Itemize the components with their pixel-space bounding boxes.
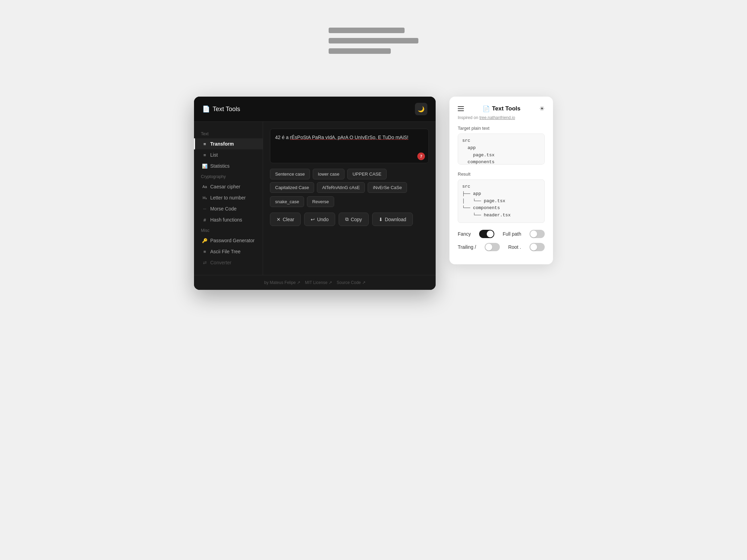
menu-line-2 <box>458 108 464 109</box>
inverse-case-button[interactable]: iNvErSe CaSe <box>368 182 407 193</box>
morse-icon: ··· <box>202 207 207 211</box>
list-icon: ≡ <box>202 153 207 158</box>
full-path-toggle[interactable] <box>530 230 545 238</box>
reverse-button[interactable]: Reverse <box>307 196 334 207</box>
case-buttons-row2: snake_case Reverse <box>270 196 429 207</box>
snake-case-button[interactable]: snake_case <box>270 196 304 207</box>
copy-button[interactable]: ⧉ Copy <box>339 213 369 226</box>
converter-icon: ⇄ <box>202 260 207 265</box>
sidebar-section-misc: Misc <box>194 225 263 235</box>
undo-button[interactable]: ↩ Undo <box>304 213 335 226</box>
moon-icon: 🌙 <box>418 106 425 112</box>
inspired-prefix: Inspired on <box>458 115 478 120</box>
caesar-icon: Aa <box>202 185 207 189</box>
sidebar-item-password[interactable]: 🔑 Password Generator <box>194 235 263 246</box>
download-label: Download <box>385 217 406 222</box>
sidebar-item-ascii-tree[interactable]: ≡ Ascii File Tree <box>194 246 263 257</box>
light-panel-title-text: Text Tools <box>492 105 521 112</box>
sidebar-item-hash[interactable]: # Hash functions <box>194 214 263 225</box>
light-panel-title: 📄 Text Tools <box>483 105 521 112</box>
inspired-text: Inspired on tree.nathanfriend.io <box>458 115 545 120</box>
sidebar-item-transform[interactable]: ≡ Transform <box>194 138 263 149</box>
text-editor[interactable]: 42 é a rÉsPoStA PaRa vIdA, pArA O UnIvEr… <box>270 129 429 163</box>
light-panel-menu <box>458 106 464 111</box>
ascii-tree-icon: ≡ <box>202 249 207 254</box>
hamburger-line-2 <box>329 38 418 43</box>
target-textarea[interactable]: src app page.tsx components header.tsx <box>458 134 545 165</box>
clear-label: Clear <box>283 217 294 222</box>
capitalized-case-button[interactable]: Capitalized Case <box>270 182 314 193</box>
undo-label: Undo <box>317 217 328 222</box>
inspired-link[interactable]: tree.nathanfriend.io <box>479 115 515 120</box>
sidebar-item-morse-label: Morse Code <box>210 206 236 212</box>
light-theme-button[interactable]: ☀ <box>539 105 545 112</box>
sidebar-item-ascii-label: Ascii File Tree <box>210 249 241 254</box>
menu-line-1 <box>458 106 464 107</box>
sidebar-item-statistics-label: Statistics <box>210 163 230 169</box>
hamburger-line-1 <box>329 28 405 33</box>
main-content: 📄 Text Tools 🌙 Text ≡ Transform ≡ List <box>194 97 553 290</box>
footer-source[interactable]: Source Code ↗ <box>337 280 365 285</box>
sidebar-item-letter-label: Letter to number <box>210 195 246 200</box>
transform-icon: ≡ <box>202 141 207 147</box>
menu-line-3 <box>458 110 464 111</box>
document-icon: 📄 <box>202 105 210 113</box>
full-path-toggle-knob <box>530 230 537 237</box>
footer-by[interactable]: by Mateus Felipe ↗ <box>264 280 300 285</box>
sidebar-section-text: Text <box>194 129 263 138</box>
trailing-toggle[interactable] <box>485 243 500 251</box>
light-panel: 📄 Text Tools ☀ Inspired on tree.nathanfr… <box>449 97 553 264</box>
sidebar-item-letter-to-number[interactable]: H₁ Letter to number <box>194 192 263 203</box>
sidebar-item-caesar-label: Caesar cipher <box>210 184 240 189</box>
hash-icon: # <box>202 217 207 223</box>
dark-panel-title: 📄 Text Tools <box>202 105 240 113</box>
statistics-icon: 📊 <box>202 164 207 169</box>
sidebar-item-list[interactable]: ≡ List <box>194 149 263 160</box>
undo-icon: ↩ <box>311 217 315 222</box>
menu-icon[interactable] <box>458 106 464 111</box>
lower-case-button[interactable]: lower case <box>313 169 345 179</box>
clear-button[interactable]: ✕ Clear <box>270 213 301 226</box>
main-editing-area: 42 é a rÉsPoStA PaRa vIdA, pArA O UnIvEr… <box>263 122 436 275</box>
password-icon: 🔑 <box>202 238 207 243</box>
copy-label: Copy <box>351 217 362 222</box>
sun-icon: ☀ <box>539 105 545 112</box>
sentence-case-button[interactable]: Sentence case <box>270 169 310 179</box>
sidebar-item-morse[interactable]: ··· Morse Code <box>194 203 263 214</box>
copy-icon: ⧉ <box>345 216 349 222</box>
sidebar-item-caesar[interactable]: Aa Caesar cipher <box>194 181 263 192</box>
sidebar-section-crypto: Cryptography <box>194 171 263 181</box>
hamburger-menu <box>329 28 418 54</box>
download-icon: ⬇ <box>379 217 383 222</box>
download-button[interactable]: ⬇ Download <box>372 213 413 226</box>
target-label: Target plain text <box>458 126 545 131</box>
toggle-row-trailing-root: Trailing / Root . <box>458 243 545 251</box>
theme-toggle-button[interactable]: 🌙 <box>415 103 427 115</box>
dark-panel-header: 📄 Text Tools 🌙 <box>194 97 436 122</box>
clear-icon: ✕ <box>277 217 281 222</box>
root-toggle[interactable] <box>530 243 545 251</box>
fancy-toggle[interactable] <box>479 230 494 238</box>
alternating-case-button[interactable]: AlTeRnAtInG cAsE <box>317 182 365 193</box>
fancy-toggle-knob <box>487 230 494 237</box>
hamburger-line-3 <box>329 48 391 54</box>
toggle-row-fancy-fullpath: Fancy Full path <box>458 230 545 238</box>
dark-panel-body: Text ≡ Transform ≡ List 📊 Statistics Cry… <box>194 122 436 275</box>
action-buttons: ✕ Clear ↩ Undo ⧉ Copy ⬇ Download <box>270 213 429 226</box>
result-box: src├── app│ └── page.tsx└── components └… <box>458 179 545 223</box>
full-path-label: Full path <box>503 231 521 237</box>
trailing-label: Trailing / <box>458 244 476 250</box>
upper-case-button[interactable]: UPPER CASE <box>347 169 387 179</box>
sidebar-item-converter[interactable]: ⇄ Converter <box>194 257 263 268</box>
editor-text-prefix: 42 é a <box>275 135 290 140</box>
fancy-label: Fancy <box>458 231 471 237</box>
trailing-toggle-knob <box>485 244 492 250</box>
editor-text-highlighted: rÉsPoStA PaRa vIdA, pArA O UnIvErSo, E T… <box>290 135 408 140</box>
sidebar-item-converter-label: Converter <box>210 260 231 265</box>
light-document-icon: 📄 <box>483 105 490 112</box>
sidebar-item-statistics[interactable]: 📊 Statistics <box>194 160 263 171</box>
dark-panel-footer: by Mateus Felipe ↗ MIT License ↗ Source … <box>194 275 436 290</box>
footer-license[interactable]: MIT License ↗ <box>305 280 332 285</box>
root-label: Root . <box>508 244 521 250</box>
letter-number-icon: H₁ <box>202 196 207 200</box>
